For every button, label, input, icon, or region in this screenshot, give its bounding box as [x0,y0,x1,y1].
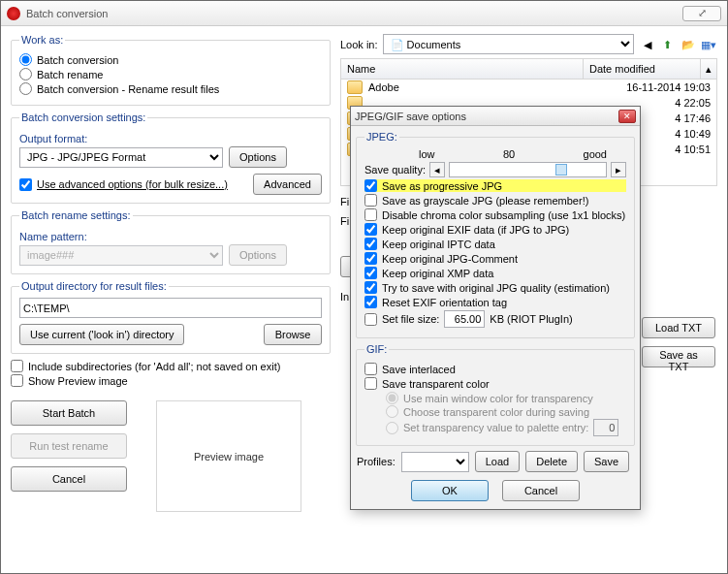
profile-save-button[interactable]: Save [584,451,629,472]
col-date[interactable]: Date modified [584,59,701,79]
folder-icon [347,80,363,94]
radio-batch-conversion[interactable]: Batch conversion [19,53,322,66]
quality-inc-button[interactable]: ▸ [611,162,626,177]
set-file-size-row: Set file size: KB (RIOT PlugIn) [364,310,626,328]
keep-exif-check[interactable]: Keep original EXIF data (if JPG to JPG) [364,223,626,236]
work-as-legend: Work as: [19,34,65,46]
brs-legend: Batch rename settings: [19,209,133,221]
cancel-button[interactable]: Cancel [11,466,127,492]
work-as-group: Work as: Batch conversion Batch rename B… [11,34,331,106]
col-name[interactable]: Name [341,59,584,79]
use-advanced-check[interactable]: Use advanced options (for bulk resize...… [19,178,247,191]
palette-entry-input [593,419,618,436]
look-in-select[interactable]: 📄 Documents [383,34,634,54]
name-pattern-select: image### [19,245,223,266]
load-txt-button[interactable]: Load TXT [642,317,715,338]
advanced-button[interactable]: Advanced [253,174,322,195]
keep-iptc-check[interactable]: Keep original IPTC data [364,238,626,250]
titlebar: Batch conversion ⤢ [1,1,727,26]
reset-exif-orientation-check[interactable]: Reset EXIF orientation tag [364,296,626,308]
progressive-jpg-check[interactable]: Save as progressive JPG [364,179,626,192]
jpeg-group: JPEG: low 80 good Save quality: ◂ ▸ Save… [356,131,635,338]
back-icon[interactable]: ◀ [639,36,656,53]
set-file-size-check[interactable] [364,313,377,326]
window-title: Batch conversion [26,8,682,19]
name-pattern-label: Name pattern: [19,231,322,242]
radio-batch-conversion-rename[interactable]: Batch conversion - Rename result files [19,82,322,95]
save-interlaced-check[interactable]: Save interlaced [364,363,626,375]
run-test-rename-button: Run test rename [11,433,127,459]
include-subdirs-check[interactable]: Include subdirectories (for 'Add all'; n… [11,360,331,372]
batch-rename-settings-group: Batch rename settings: Name pattern: ima… [11,209,331,274]
output-format-select[interactable]: JPG - JPG/JPEG Format [19,147,223,168]
output-directory-group: Output directory for result files: Use c… [11,280,331,354]
look-in-label: Look in: [340,39,378,50]
keep-xmp-check[interactable]: Keep original XMP data [364,267,626,279]
jpeg-gif-options-dialog: JPEG/GIF save options ✕ JPEG: low 80 goo… [350,106,641,510]
original-quality-check[interactable]: Try to save with original JPG quality (e… [364,281,626,294]
radio-batch-rename[interactable]: Batch rename [19,68,322,80]
start-batch-button[interactable]: Start Batch [11,400,127,426]
jpeg-legend: JPEG: [364,131,399,143]
bcs-legend: Batch conversion settings: [19,112,147,123]
slider-thumb[interactable] [555,164,567,175]
dialog-title: JPEG/GIF save options [355,111,618,122]
format-options-button[interactable]: Options [229,146,287,168]
save-as-txt-button[interactable]: Save as TXT [642,346,715,367]
preview-image-box: Preview image [156,400,301,512]
output-directory-input[interactable] [19,298,322,318]
ok-button[interactable]: OK [411,480,489,501]
quality-low-label: low [419,148,435,160]
dialog-close-button[interactable]: ✕ [618,110,636,123]
gif-group: GIF: Save interlaced Save transparent co… [356,343,635,446]
profiles-select[interactable] [401,452,469,472]
keep-jpg-comment-check[interactable]: Keep original JPG-Comment [364,252,626,265]
grayscale-jpg-check[interactable]: Save as grayscale JPG (please remember!) [364,194,626,207]
up-icon[interactable]: ⬆ [659,36,677,53]
outdir-legend: Output directory for result files: [19,280,169,292]
gif-choose-color-radio: Choose transparent color during saving [386,405,626,418]
profile-delete-button[interactable]: Delete [525,451,578,472]
dialog-cancel-button[interactable]: Cancel [502,480,580,501]
file-size-input[interactable] [444,310,485,328]
save-transparent-check[interactable]: Save transparent color [364,377,626,390]
show-preview-check[interactable]: Show Preview image [11,374,331,387]
view-menu-icon[interactable]: ▦▾ [700,36,717,53]
disable-chroma-check[interactable]: Disable chroma color subsampling (use 1x… [364,208,626,221]
use-current-dir-button[interactable]: Use current ('look in') directory [19,324,184,345]
new-folder-icon[interactable]: 📂 [680,36,697,53]
batch-conversion-window: Batch conversion ⤢ Work as: Batch conver… [0,0,728,574]
close-button[interactable]: ⤢ [682,6,721,21]
quality-value-label: 80 [503,148,515,160]
batch-conversion-settings-group: Batch conversion settings: Output format… [11,112,331,204]
output-format-label: Output format: [19,133,322,144]
gif-palette-entry-radio: Set transparency value to palette entry: [386,419,626,436]
file-list-header: Name Date modified ▴ [340,58,717,80]
scroll-up-icon[interactable]: ▴ [701,63,716,76]
gif-main-window-color-radio: Use main window color for transparency [386,392,626,404]
quality-dec-button[interactable]: ◂ [429,162,445,177]
quality-good-label: good [584,148,607,160]
save-quality-label: Save quality: [364,164,426,175]
list-item[interactable]: Adobe16-11-2014 19:03 [341,80,716,95]
profile-load-button[interactable]: Load [475,451,520,472]
quality-slider[interactable] [449,162,607,177]
gif-legend: GIF: [364,343,389,355]
app-icon [7,7,20,20]
rename-options-button: Options [229,244,287,266]
nav-icons: ◀ ⬆ 📂 ▦▾ [639,36,717,53]
dialog-titlebar: JPEG/GIF save options ✕ [351,107,640,126]
profiles-label: Profiles: [357,456,396,467]
browse-button[interactable]: Browse [264,324,322,345]
